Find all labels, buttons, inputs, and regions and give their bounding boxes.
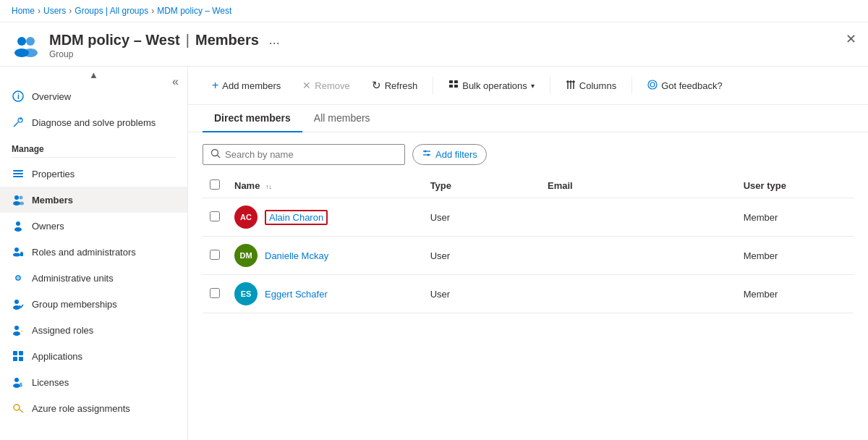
page-title: MDM policy – West | Members ... bbox=[49, 31, 284, 49]
usertype-es: Member bbox=[736, 275, 854, 313]
row-checkbox-ac[interactable] bbox=[210, 211, 220, 221]
breadcrumb-users[interactable]: Users bbox=[43, 6, 66, 16]
svg-rect-29 bbox=[13, 357, 17, 361]
ellipsis-button[interactable]: ... bbox=[265, 31, 284, 49]
usertype-dm: Member bbox=[736, 237, 854, 275]
breadcrumb-home[interactable]: Home bbox=[12, 6, 35, 16]
svg-point-23 bbox=[13, 305, 20, 310]
toolbar: + Add members ✕ Remove ↻ Refresh Bulk op… bbox=[188, 67, 868, 105]
tabs: Direct members All members bbox=[188, 105, 868, 132]
svg-rect-37 bbox=[454, 80, 458, 83]
name-cell-ac: AC Alain Charon bbox=[234, 206, 416, 229]
columns-icon bbox=[566, 80, 576, 92]
sidebar-item-properties[interactable]: Properties bbox=[0, 161, 187, 187]
feedback-button[interactable]: Got feedback? bbox=[638, 75, 732, 97]
email-ac bbox=[540, 198, 736, 237]
toolbar-separator-1 bbox=[433, 77, 433, 94]
sidebar-item-overview[interactable]: i Overview bbox=[0, 83, 187, 109]
email-column-header: Email bbox=[540, 174, 736, 198]
svg-rect-9 bbox=[13, 176, 23, 177]
select-all-checkbox[interactable] bbox=[210, 179, 220, 190]
svg-point-17 bbox=[13, 253, 20, 257]
breadcrumb-groups[interactable]: Groups | All groups bbox=[75, 6, 148, 16]
people-icon bbox=[12, 193, 25, 206]
add-members-button[interactable]: + Add members bbox=[203, 74, 290, 97]
sidebar-item-admin-units[interactable]: Administrative units bbox=[0, 265, 187, 291]
sidebar-scroll-up[interactable]: ▲ bbox=[0, 67, 187, 83]
svg-point-11 bbox=[13, 201, 20, 206]
members-table-wrap: Name ↑↓ Type Email User type bbox=[188, 174, 868, 440]
plus-icon: + bbox=[212, 79, 218, 92]
svg-point-25 bbox=[13, 331, 20, 336]
member-link-es[interactable]: Eggert Schafer bbox=[265, 289, 328, 300]
close-button[interactable]: ✕ bbox=[846, 31, 856, 47]
toolbar-separator-3 bbox=[631, 77, 632, 94]
svg-point-16 bbox=[14, 248, 19, 252]
gear-people-icon bbox=[12, 271, 25, 284]
sidebar-item-applications[interactable]: Applications bbox=[0, 343, 187, 369]
bars-icon bbox=[12, 167, 25, 180]
svg-rect-28 bbox=[19, 351, 23, 355]
svg-point-13 bbox=[20, 202, 24, 206]
svg-point-1 bbox=[26, 37, 35, 46]
avatar-ac: AC bbox=[234, 206, 258, 229]
sort-icon[interactable]: ↑↓ bbox=[265, 183, 272, 190]
sidebar-item-azure-roles[interactable]: Azure role assignments bbox=[0, 395, 187, 421]
people-money-icon: $ bbox=[12, 376, 25, 389]
sidebar-item-diagnose[interactable]: Diagnose and solve problems bbox=[0, 109, 187, 135]
svg-point-10 bbox=[14, 195, 19, 200]
member-link-ac[interactable]: Alain Charon bbox=[269, 212, 323, 223]
member-link-dm[interactable]: Danielle Mckay bbox=[265, 250, 328, 261]
svg-point-15 bbox=[14, 227, 22, 232]
remove-button[interactable]: ✕ Remove bbox=[293, 75, 359, 96]
sidebar-item-assigned-roles[interactable]: Assigned roles bbox=[0, 317, 187, 343]
svg-point-24 bbox=[14, 326, 19, 330]
svg-marker-26 bbox=[20, 330, 23, 332]
type-dm: User bbox=[423, 237, 540, 275]
feedback-icon bbox=[647, 80, 658, 92]
search-bar: Add filters bbox=[188, 132, 868, 174]
columns-button[interactable]: Columns bbox=[556, 75, 626, 97]
svg-point-21 bbox=[17, 277, 19, 279]
svg-point-14 bbox=[16, 221, 20, 226]
people-check-icon bbox=[12, 297, 25, 310]
page-header: MDM policy – West | Members ... Group ✕ bbox=[0, 22, 868, 67]
person-icon bbox=[12, 219, 25, 232]
row-checkbox-dm[interactable] bbox=[210, 250, 220, 260]
sidebar-collapse-button[interactable]: « bbox=[169, 72, 182, 91]
table-row: DM Danielle Mckay User Member bbox=[203, 237, 854, 275]
svg-point-51 bbox=[427, 154, 430, 156]
sidebar-item-roles[interactable]: Roles and administrators bbox=[0, 239, 187, 265]
row-checkbox-es[interactable] bbox=[210, 288, 220, 298]
breadcrumb: Home › Users › Groups | All groups › MDM… bbox=[0, 0, 868, 22]
table-row: ES Eggert Schafer User Member bbox=[203, 275, 854, 313]
sidebar-item-owners-label: Owners bbox=[32, 221, 64, 232]
svg-rect-36 bbox=[449, 80, 453, 83]
refresh-button[interactable]: ↻ Refresh bbox=[362, 74, 427, 97]
name-cell-dm: DM Danielle Mckay bbox=[234, 244, 416, 267]
svg-line-47 bbox=[218, 156, 221, 158]
sidebar-item-members[interactable]: Members bbox=[0, 187, 187, 213]
svg-point-44 bbox=[648, 80, 657, 89]
bulk-operations-button[interactable]: Bulk operations ▾ bbox=[439, 75, 544, 97]
type-es: User bbox=[423, 275, 540, 313]
sidebar-item-azure-roles-label: Azure role assignments bbox=[32, 403, 130, 414]
members-table: Name ↑↓ Type Email User type bbox=[203, 174, 854, 313]
wrench-icon bbox=[12, 116, 25, 129]
add-filters-button[interactable]: Add filters bbox=[412, 144, 487, 165]
email-dm bbox=[540, 237, 736, 275]
sidebar-item-licenses[interactable]: $ Licenses bbox=[0, 369, 187, 395]
chevron-down-icon: ▾ bbox=[531, 82, 535, 90]
search-input[interactable] bbox=[225, 149, 370, 160]
tab-all-members[interactable]: All members bbox=[302, 105, 382, 132]
svg-line-35 bbox=[19, 409, 23, 412]
svg-point-49 bbox=[425, 151, 427, 153]
page-subtitle: Group bbox=[49, 49, 284, 59]
tab-direct-members[interactable]: Direct members bbox=[203, 105, 302, 132]
sidebar-item-owners[interactable]: Owners bbox=[0, 213, 187, 239]
svg-rect-38 bbox=[449, 85, 453, 88]
sidebar-item-group-memberships[interactable]: Group memberships bbox=[0, 291, 187, 317]
search-icon bbox=[210, 148, 221, 161]
breadcrumb-policy[interactable]: MDM policy – West bbox=[157, 6, 231, 16]
avatar-es: ES bbox=[234, 282, 258, 305]
